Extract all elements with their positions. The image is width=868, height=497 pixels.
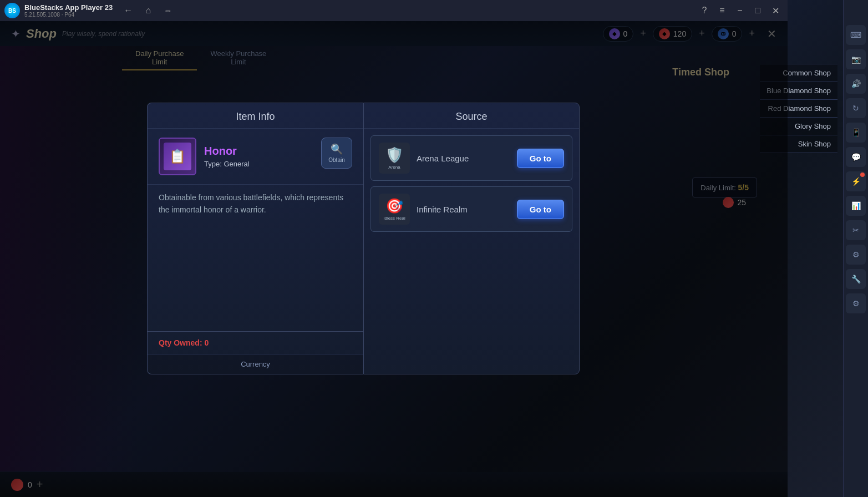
item-info-title: Item Info: [148, 103, 363, 129]
item-icon-box: 📋: [159, 138, 196, 175]
bs-sidebar: ⌨ 📷 🔊 ↻ 📱 💬 ⚡ 📊 ✂ ⚙ 🔧 ⚙: [843, 0, 868, 497]
arena-icon-image: 🛡️: [385, 146, 403, 164]
item-header: 📋 Honor Type: General 🔍 Obtain: [148, 129, 363, 184]
sidebar-btn-settings[interactable]: ⚙: [846, 245, 866, 265]
qty-owned-value: 0: [204, 338, 209, 347]
title-nav: ← ⌂ ⎓: [121, 4, 175, 17]
back-button[interactable]: ←: [121, 4, 135, 17]
source-panel: Source 🛡️ Arena Arena League Go to 🎯 Idl…: [363, 103, 580, 374]
item-type-value: General: [224, 160, 249, 168]
source-item-infinite-realm: 🎯 Idless Real Infinite Realm Go to: [370, 186, 572, 232]
title-controls: ? ≡ − □ ✕: [697, 3, 783, 18]
sidebar-btn-gear[interactable]: ⚙: [846, 293, 866, 313]
arena-icon-label: Arena: [388, 165, 400, 170]
currency-tab[interactable]: Currency: [148, 354, 363, 374]
item-modal: Item Info 📋 Honor Type: General 🔍 Obtain…: [147, 103, 580, 374]
title-text: BlueStacks App Player 23 5.21.505.1008 ·…: [24, 3, 113, 18]
qty-owned-label: Qty Owned:: [159, 338, 202, 347]
infinite-realm-icon: 🎯 Idless Real: [379, 194, 410, 225]
arena-goto-button[interactable]: Go to: [517, 149, 564, 168]
sidebar-btn-device[interactable]: 📱: [846, 123, 866, 143]
minimize-button[interactable]: −: [732, 3, 748, 18]
infinite-realm-icon-label: Idless Real: [383, 216, 405, 221]
obtain-label: Obtain: [328, 157, 344, 163]
item-type-label: Type:: [204, 160, 222, 168]
infinite-realm-icon-image: 🎯: [385, 197, 403, 215]
bluestacks-logo: BS: [4, 3, 20, 18]
help-button[interactable]: ?: [697, 3, 712, 18]
dropdown-button[interactable]: ≡: [714, 3, 730, 18]
sidebar-btn-volume[interactable]: 🔊: [846, 74, 866, 94]
item-icon: 📋: [164, 143, 191, 170]
sidebar-btn-chat[interactable]: 💬: [846, 147, 866, 167]
copy-button[interactable]: ⎓: [161, 4, 175, 17]
infinite-realm-name: Infinite Realm: [417, 205, 510, 214]
sidebar-btn-tools[interactable]: 🔧: [846, 269, 866, 289]
red-notification-dot: [860, 173, 865, 177]
source-list: 🛡️ Arena Arena League Go to 🎯 Idless Rea…: [364, 129, 579, 239]
source-item-arena: 🛡️ Arena Arena League Go to: [370, 135, 572, 181]
home-button[interactable]: ⌂: [141, 4, 155, 17]
sidebar-btn-screenshot[interactable]: 📷: [846, 49, 866, 69]
source-title: Source: [364, 103, 579, 129]
infinite-realm-goto-button[interactable]: Go to: [517, 200, 564, 219]
obtain-button[interactable]: 🔍 Obtain: [321, 138, 352, 169]
sidebar-btn-red-dot[interactable]: ⚡: [846, 171, 866, 191]
item-footer: Qty Owned: 0: [148, 331, 363, 354]
sidebar-btn-clip[interactable]: ✂: [846, 220, 866, 240]
item-info-panel: Item Info 📋 Honor Type: General 🔍 Obtain…: [147, 103, 363, 374]
arena-icon: 🛡️ Arena: [379, 143, 410, 174]
arena-name: Arena League: [417, 154, 510, 163]
search-icon: 🔍: [331, 143, 343, 155]
sidebar-btn-keyboard[interactable]: ⌨: [846, 25, 866, 45]
close-button[interactable]: ✕: [768, 3, 783, 18]
item-description: Obtainable from various battlefields, wh…: [148, 184, 363, 331]
sidebar-btn-refresh[interactable]: ↻: [846, 98, 866, 118]
title-bar: BS BlueStacks App Player 23 5.21.505.100…: [0, 0, 788, 21]
qty-owned: Qty Owned: 0: [159, 338, 352, 347]
maximize-button[interactable]: □: [750, 3, 765, 18]
sidebar-btn-performance[interactable]: 📊: [846, 196, 866, 216]
